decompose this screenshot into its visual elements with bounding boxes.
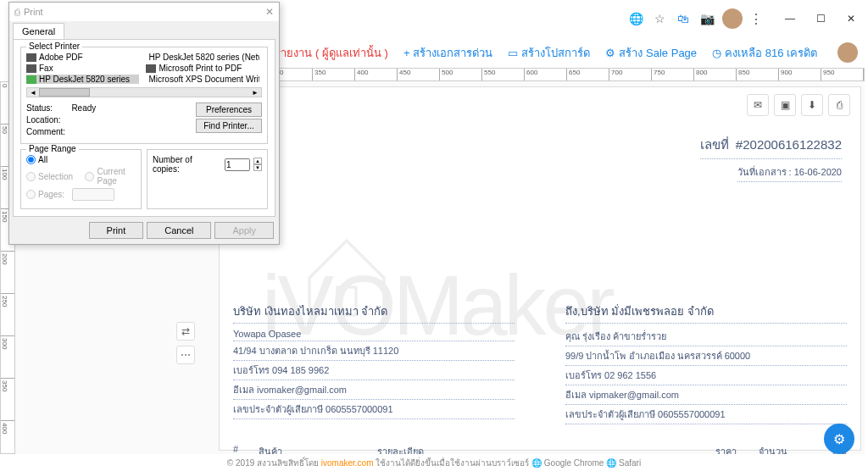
printer-icon: ⎙ [14, 7, 20, 17]
tab-general[interactable]: General [13, 23, 64, 39]
printer-scrollbar[interactable]: ◄► [26, 87, 262, 97]
printer-list: Adobe PDF HP DeskJet 5820 series (Networ… [26, 53, 262, 84]
credit-balance[interactable]: ◷คงเหลือ 816 เครดิต [712, 44, 817, 62]
printer-item[interactable]: HP DeskJet 5820 series (Network [146, 53, 259, 62]
dialog-titlebar[interactable]: ⎙Print ✕ [9, 3, 279, 21]
radio-all[interactable] [26, 155, 36, 164]
doc-date-label: วันที่เอกสาร : [737, 167, 792, 177]
doc-number-label: เลขที่ [700, 137, 729, 152]
printer-item[interactable]: Microsoft XPS Document Writer [146, 75, 259, 84]
parties-section: บริษัท เงินทองไหลมาเทมา จำกัด Yowapa Opa… [233, 301, 847, 424]
pages-input [72, 188, 114, 201]
copies-spinner[interactable]: ▲▼ [253, 158, 262, 171]
profile-avatar[interactable] [722, 8, 743, 29]
to-email[interactable]: อีเมล vipmaker@gmail.com [565, 385, 847, 405]
to-tax[interactable]: เลขประจำตัวผู้เสียภาษี 0605557000091 [565, 405, 847, 424]
bookmark-star-icon[interactable]: ☆ [651, 10, 668, 27]
table-header: # สินค้า รายละเอียด ราคา จำนวน รวม [233, 441, 847, 454]
col-name: สินค้า [259, 441, 377, 454]
select-printer-label: Select Printer [26, 42, 82, 51]
report-link[interactable]: รายงาน ( ผู้ดูแลเท่านั้น ) [275, 44, 388, 62]
postcard-link[interactable]: ▭สร้างโปสการ์ด [508, 44, 590, 62]
page-range-label: Page Range [26, 144, 79, 153]
translate-icon[interactable]: 🌐 [627, 10, 644, 27]
kebab-menu-icon[interactable]: ⋮ [749, 11, 763, 27]
to-party: ถึง,บริษัท มั่งมีเพชรพลอย จำกัด คุณ รุ่ง… [565, 301, 847, 424]
camera-icon[interactable]: 📷 [698, 10, 715, 27]
dialog-tabs: General [9, 21, 279, 39]
close-button[interactable]: ✕ [841, 8, 861, 29]
printer-status: Status: Ready Location: Comment: [26, 103, 96, 138]
from-phone[interactable]: เบอร์โทร 094 185 9962 [233, 361, 515, 380]
from-party: บริษัท เงินทองไหลมาเทมา จำกัด Yowapa Opa… [233, 301, 515, 424]
anchor-swap-button[interactable]: ⇄ [176, 322, 195, 341]
radio-selection [26, 172, 36, 181]
maximize-button[interactable]: ☐ [810, 8, 831, 29]
items-table: # สินค้า รายละเอียด ราคา จำนวน รวม 1 ชื่… [233, 441, 847, 454]
dialog-title: Print [24, 7, 43, 17]
document-header: เลขที่ #20200616122832 วันที่เอกสาร : 16… [233, 135, 842, 182]
anchor-more-button[interactable]: ⋯ [176, 346, 195, 364]
printer-group: Select Printer Adobe PDF HP DeskJet 5820… [20, 47, 268, 144]
from-address[interactable]: 41/94 บางตลาด ปากเกร็ด นนทบุรี 11120 [233, 341, 515, 361]
range-pages: Pages: [26, 188, 136, 201]
dialog-body: Select Printer Adobe PDF HP DeskJet 5820… [13, 39, 275, 217]
from-contact[interactable]: Yowapa Opasee [233, 327, 515, 341]
print-button[interactable]: ⎙ [828, 94, 850, 116]
find-printer-button[interactable]: Find Printer... [196, 119, 262, 133]
window-controls: — ☐ ✕ [780, 8, 861, 29]
copies-label: Number of copies: [153, 155, 221, 174]
doc-date: 16-06-2020 [794, 167, 842, 177]
col-index: # [233, 441, 259, 454]
user-avatar[interactable] [837, 42, 858, 63]
radio-current-page [85, 172, 94, 181]
to-contact[interactable]: คุณ รุ่งเรือง ค้าขายร่ำรวย [565, 327, 847, 346]
preferences-button[interactable]: Preferences [196, 103, 262, 117]
printer-item-selected[interactable]: HP DeskJet 5820 series [26, 75, 139, 84]
page-range-group: Page Range All Selection Current Page Pa… [20, 149, 142, 209]
from-title[interactable]: บริษัท เงินทองไหลมาเทมา จำกัด [233, 301, 515, 324]
printer-icon [146, 64, 156, 73]
quick-doc-link[interactable]: +สร้างเอกสารด่วน [403, 44, 493, 62]
from-email[interactable]: อีเมล ivomaker@gmail.com [233, 380, 515, 400]
printer-item[interactable]: Microsoft Print to PDF [146, 64, 259, 73]
page-footer: © 2019 สงวนลิขสิทธิ์โดย ivomaker.com ใช้… [0, 457, 868, 469]
card-icon: ▭ [508, 47, 518, 59]
minimize-button[interactable]: — [780, 8, 800, 29]
clock-icon: ◷ [712, 47, 721, 59]
plus-icon: + [403, 47, 410, 59]
cancel-button[interactable]: Cancel [147, 222, 211, 239]
dialog-close-button[interactable]: ✕ [265, 6, 274, 18]
dialog-actions: Print Cancel Apply [9, 217, 279, 244]
printer-icon [26, 53, 36, 62]
col-detail: รายละเอียด [377, 441, 677, 454]
range-all[interactable]: All [26, 155, 136, 164]
footer-link[interactable]: ivomaker.com [321, 458, 374, 468]
printer-check-icon [26, 75, 36, 84]
col-price: ราคา [677, 441, 737, 454]
printer-icon [26, 64, 36, 73]
shopping-bag-icon[interactable]: 🛍 [675, 10, 692, 27]
anchor-buttons: ⇄ ⋯ [176, 322, 195, 364]
copies-group: Number of copies: ▲▼ [147, 149, 268, 209]
from-tax[interactable]: เลขประจำตัวผู้เสียภาษี 0605557000091 [233, 400, 515, 419]
print-action-button[interactable]: Print [89, 222, 144, 239]
image-button[interactable]: ▣ [774, 94, 796, 116]
document-page: ✉ ▣ ⬇ ⎙ เลขที่ #20200616122832 วันที่เอก… [219, 86, 861, 451]
email-button[interactable]: ✉ [747, 94, 769, 116]
to-address[interactable]: 99/9 ปากน้ำโพ อำเภอเมือง นครสวรรค์ 60000 [565, 346, 847, 366]
settings-fab[interactable]: ⚙ [824, 424, 854, 454]
printer-item[interactable]: Adobe PDF [26, 53, 139, 62]
print-dialog: ⎙Print ✕ General Select Printer Adobe PD… [8, 2, 280, 245]
salepage-link[interactable]: ⚙สร้าง Sale Page [605, 44, 697, 62]
radio-pages [26, 190, 36, 199]
to-phone[interactable]: เบอร์โทร 02 962 1556 [565, 366, 847, 385]
download-button[interactable]: ⬇ [801, 94, 823, 116]
copies-input[interactable] [225, 158, 250, 171]
col-qty: จำนวน [737, 441, 787, 454]
apply-button: Apply [214, 222, 274, 239]
printer-item[interactable]: Fax [26, 64, 139, 73]
document-toolbar: ✉ ▣ ⬇ ⎙ [747, 94, 850, 116]
range-selection: Selection Current Page [26, 167, 136, 186]
to-title[interactable]: ถึง,บริษัท มั่งมีเพชรพลอย จำกัด [565, 301, 847, 324]
